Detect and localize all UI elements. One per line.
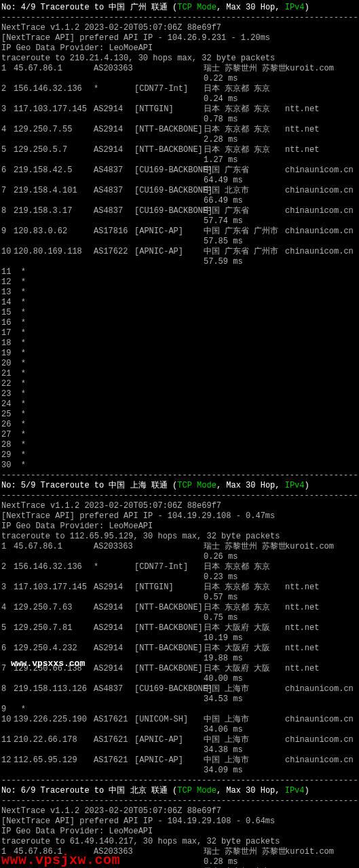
hop-star: 12 * xyxy=(1,277,358,288)
hop-star: 22 * xyxy=(1,379,358,389)
hop-row: 9 120.83.0.62AS17816[APNIC-AP]中国 广东省 广州市… xyxy=(1,226,358,237)
hop-star: 20 * xyxy=(1,359,358,369)
watermark-vpsxxs: www.vpsxxs.com xyxy=(11,658,85,669)
hop-row: 12 112.65.95.129AS17621[APNIC-AP]中国 上海市c… xyxy=(1,755,358,766)
traceroute-line: traceroute to 210.21.4.130, 30 hops max,… xyxy=(1,54,358,64)
hop-row: 2 156.146.32.136*[CDN77-Int]日本 东京都 东京 xyxy=(1,84,358,94)
hop-star: 15 * xyxy=(1,308,358,318)
hop-latency: 0.78 ms xyxy=(1,115,358,125)
hop-row: 1 45.67.86.1AS203363瑞士 苏黎世州 苏黎世kuroit.co… xyxy=(1,542,358,552)
hop-row: 1 45.67.86.1AS203363瑞士 苏黎世州 苏黎世kuroit.co… xyxy=(1,64,358,74)
traceroute-line: traceroute to 112.65.95.129, 30 hops max… xyxy=(1,532,358,542)
hop-latency: 0.24 ms xyxy=(1,94,358,104)
hop-star: 28 * xyxy=(1,440,358,450)
hop-star: 21 * xyxy=(1,369,358,379)
geo-line: IP Geo Data Provider: LeoMoeAPI xyxy=(1,521,358,532)
hop-latency: 0.57 ms xyxy=(1,593,358,603)
version-line: NextTrace v1.1.2 2023-02-20T05:07:06Z 88… xyxy=(1,23,358,33)
section-header: No: 4/9 Traceroute to 中国 广州 联通 (TCP Mode… xyxy=(1,3,358,13)
hop-latency: 2.28 ms xyxy=(1,135,358,145)
hop-star: 16 * xyxy=(1,318,358,328)
hop-star: 19 * xyxy=(1,349,358,359)
hop-latency: 34.09 ms xyxy=(1,766,358,776)
hop-row: 6 219.158.42.5AS4837[CU169-BACKBONE]中国 广… xyxy=(1,165,358,176)
hop-star: 13 * xyxy=(1,288,358,298)
terminal-output: No: 4/9 Traceroute to 中国 广州 联通 (TCP Mode… xyxy=(0,0,359,868)
hop-latency: 57.59 ms xyxy=(1,257,358,267)
hop-latency: 66.49 ms xyxy=(1,196,358,206)
hop-star: 27 * xyxy=(1,430,358,440)
hop-star: 25 * xyxy=(1,410,358,420)
hop-row: 11 210.22.66.178AS17621[APNIC-AP]中国 上海市c… xyxy=(1,735,358,745)
divider: ----------------------------------------… xyxy=(1,796,358,806)
hop-row: 3 117.103.177.145AS2914[NTTGIN]日本 东京都 东京… xyxy=(1,583,358,593)
hop-star: 11 * xyxy=(1,267,358,277)
hop-row: 5 129.250.7.81AS2914[NTT-BACKBONE]日本 大阪府… xyxy=(1,623,358,633)
version-line: NextTrace v1.1.2 2023-02-20T05:07:06Z 88… xyxy=(1,806,358,816)
hop-row: 8 219.158.3.17AS4837[CU169-BACKBONE]中国 广… xyxy=(1,206,358,216)
hop-latency: 34.38 ms xyxy=(1,745,358,755)
hop-latency: 10.19 ms xyxy=(1,633,358,644)
hop-latency: 0.22 ms xyxy=(1,74,358,84)
hop-latency: 0.26 ms xyxy=(1,552,358,562)
version-line: NextTrace v1.1.2 2023-02-20T05:07:06Z 88… xyxy=(1,501,358,511)
hop-latency: 0.75 ms xyxy=(1,613,358,623)
hop-row: 9 * xyxy=(1,705,358,715)
api-line: [NextTrace API] prefered API IP - 104.19… xyxy=(1,511,358,521)
hop-row: 10 139.226.225.190AS17621[UNICOM-SH]中国 上… xyxy=(1,715,358,725)
hop-row: 2 156.146.32.136*[CDN77-Int]日本 东京都 东京 xyxy=(1,562,358,572)
hop-star: 17 * xyxy=(1,328,358,338)
hop-row: 6 129.250.4.232AS2914[NTT-BACKBONE]日本 大阪… xyxy=(1,644,358,654)
traceroute-line: traceroute to 61.49.140.217, 30 hops max… xyxy=(1,837,358,847)
divider: ----------------------------------------… xyxy=(1,13,358,23)
hop-latency: 0.23 ms xyxy=(1,572,358,583)
hop-star: 30 * xyxy=(1,460,358,471)
hop-latency: 34.53 ms xyxy=(1,694,358,705)
hop-row: 10 120.80.169.118AS17622[APNIC-AP]中国 广东省… xyxy=(1,247,358,257)
hop-row: 3 117.103.177.145AS2914[NTTGIN]日本 东京都 东京… xyxy=(1,104,358,115)
hop-star: 18 * xyxy=(1,338,358,349)
hop-row: 4 129.250.7.63AS2914[NTT-BACKBONE]日本 东京都… xyxy=(1,603,358,613)
hop-latency: 57.74 ms xyxy=(1,216,358,226)
watermark-vpsjxw: www.vpsjxw.com xyxy=(1,852,120,868)
hop-star: 23 * xyxy=(1,389,358,399)
api-line: [NextTrace API] prefered API IP - 104.19… xyxy=(1,816,358,827)
geo-line: IP Geo Data Provider: LeoMoeAPI xyxy=(1,43,358,54)
section-header: No: 5/9 Traceroute to 中国 上海 联通 (TCP Mode… xyxy=(1,481,358,491)
hop-row: 5 129.250.5.7AS2914[NTT-BACKBONE]日本 东京都 … xyxy=(1,145,358,155)
hop-row: 8 219.158.113.126AS4837[CU169-BACKBONE]中… xyxy=(1,684,358,694)
hop-star: 29 * xyxy=(1,450,358,460)
hop-latency: 64.49 ms xyxy=(1,176,358,186)
hop-latency: 57.85 ms xyxy=(1,237,358,247)
divider: ----------------------------------------… xyxy=(1,471,358,481)
api-line: [NextTrace API] prefered API IP - 104.26… xyxy=(1,33,358,43)
hop-latency: 40.00 ms xyxy=(1,674,358,684)
hop-latency: 34.06 ms xyxy=(1,725,358,735)
hop-star: 24 * xyxy=(1,399,358,410)
divider: ----------------------------------------… xyxy=(1,776,358,786)
hop-star: 26 * xyxy=(1,420,358,430)
section-header: No: 6/9 Traceroute to 中国 北京 联通 (TCP Mode… xyxy=(1,786,358,796)
hop-latency: 1.27 ms xyxy=(1,155,358,165)
hop-row: 4 129.250.7.55AS2914[NTT-BACKBONE]日本 东京都… xyxy=(1,125,358,135)
hop-row: 7 219.158.4.101AS4837[CU169-BACKBONE]中国 … xyxy=(1,186,358,196)
geo-line: IP Geo Data Provider: LeoMoeAPI xyxy=(1,827,358,837)
hop-star: 14 * xyxy=(1,298,358,308)
divider: ----------------------------------------… xyxy=(1,491,358,501)
